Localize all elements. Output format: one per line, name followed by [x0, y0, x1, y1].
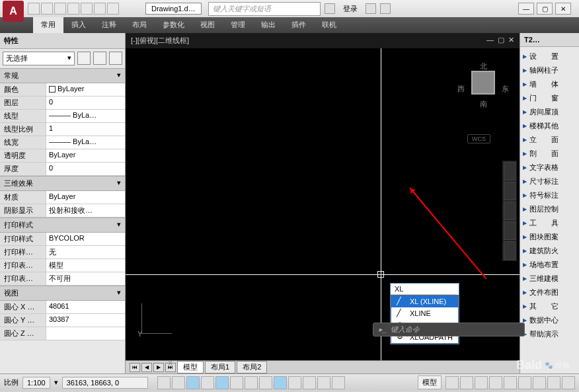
prop-value[interactable]: 0 [46, 97, 125, 109]
viewcube-east[interactable]: 东 [502, 84, 509, 94]
viewcube[interactable]: 北 西 东 上 南 [460, 61, 506, 121]
prop-value[interactable]: 48061 [46, 301, 125, 313]
tool-item[interactable]: ▶文件布图 [521, 286, 578, 299]
autocomplete-item[interactable]: ╱XLINE [391, 307, 458, 319]
qat-button[interactable] [107, 3, 119, 15]
layout-nav-prev[interactable]: ◀ [141, 363, 152, 372]
ribbon-tab-parametric[interactable]: 参数化 [155, 17, 192, 33]
tool-item[interactable]: ▶轴网柱子 [521, 63, 578, 77]
prop-value[interactable]: 模型 [46, 259, 125, 272]
pickadd-button[interactable] [93, 52, 106, 65]
prop-value[interactable]: ByLayer [46, 83, 125, 96]
viewcube-north[interactable]: 北 [480, 61, 487, 71]
ribbon-tab-annotate[interactable]: 注释 [94, 17, 124, 33]
snap-toggle[interactable] [157, 376, 171, 389]
tool-item[interactable]: ▶其 它 [521, 299, 578, 313]
prop-value[interactable]: 30387 [46, 314, 125, 327]
layout-nav-first[interactable]: ⏮ [130, 363, 140, 372]
tool-item[interactable]: ▶门 窗 [521, 91, 578, 105]
layout-tab-model[interactable]: 模型 [177, 361, 204, 373]
ribbon-tab-online[interactable]: 联机 [314, 17, 344, 33]
zoom-icon[interactable] [504, 202, 516, 220]
app-logo[interactable]: A [3, 1, 24, 22]
tool-item[interactable]: ▶三维建模 [521, 272, 578, 286]
wcs-label[interactable]: WCS [467, 134, 490, 143]
tool-item[interactable]: ▶建筑防火 [521, 244, 578, 258]
tool-item[interactable]: ▶场地布置 [521, 258, 578, 272]
maximize-button[interactable]: ▢ [537, 3, 553, 15]
layout-nav-next[interactable]: ▶ [153, 363, 164, 372]
ribbon-tab-plugins[interactable]: 插件 [284, 17, 314, 33]
qat-button[interactable] [28, 3, 40, 15]
layout-tab-1[interactable]: 布局1 [205, 361, 235, 373]
quickselect-button[interactable] [77, 52, 91, 65]
ribbon-tab-home[interactable]: 常用 [33, 17, 63, 33]
quickview-drawings-icon[interactable] [460, 376, 473, 389]
tool-item[interactable]: ▶帮助演示 [521, 327, 578, 341]
search-icon[interactable] [325, 3, 335, 14]
model-space-toggle[interactable]: 模型 [418, 375, 442, 389]
tool-item[interactable]: ▶图块图案 [521, 230, 578, 244]
wheel-icon[interactable] [504, 162, 516, 180]
exchange-icon[interactable] [366, 3, 376, 14]
osnap-toggle[interactable] [215, 376, 229, 389]
tool-item[interactable]: ▶文字表格 [521, 161, 578, 175]
ducs-toggle[interactable] [259, 376, 272, 389]
workspace-icon[interactable] [504, 376, 517, 389]
tool-item[interactable]: ▶剖 面 [521, 147, 578, 161]
dyn-toggle[interactable] [274, 376, 287, 389]
viewcube-south[interactable]: 南 [480, 99, 487, 109]
sc-toggle[interactable] [332, 376, 345, 389]
prop-value[interactable]: ——— ByLa… [46, 136, 125, 149]
prop-value[interactable]: ByLayer [46, 149, 125, 162]
viewport-maximize-button[interactable]: ▢ [498, 36, 504, 46]
quickview-layouts-icon[interactable] [445, 376, 459, 389]
tool-item[interactable]: ▶尺寸标注 [521, 175, 578, 188]
selection-combo[interactable]: 无选择▾ [3, 52, 75, 65]
3dosnap-toggle[interactable] [230, 376, 243, 389]
document-tab[interactable]: Drawing1.d… [145, 3, 202, 15]
prop-section[interactable]: 视图▾ [0, 286, 125, 301]
tool-item[interactable]: ▶图层控制 [521, 202, 578, 216]
ribbon-tab-manage[interactable]: 管理 [223, 17, 253, 33]
prop-value[interactable]: 投射和接收… [46, 204, 125, 217]
command-input-text[interactable]: XL [391, 284, 457, 295]
viewcube-top[interactable]: 上 [471, 71, 495, 95]
qat-button[interactable] [54, 3, 66, 15]
tool-item[interactable]: ▶符号标注 [521, 188, 578, 202]
isolate-icon[interactable] [547, 376, 560, 389]
orbit-icon[interactable] [504, 221, 516, 240]
prop-section[interactable]: 常规▾ [0, 68, 125, 83]
tool-item[interactable]: ▶楼梯其他 [521, 119, 578, 133]
qat-button[interactable] [94, 3, 106, 15]
otrack-toggle[interactable] [245, 376, 258, 389]
prop-value[interactable]: 1 [46, 123, 125, 136]
login-button[interactable]: 登录 [339, 3, 362, 15]
qat-button[interactable] [81, 3, 93, 15]
tool-item[interactable]: ▶墙 体 [521, 77, 578, 91]
ribbon-tab-output[interactable]: 输出 [253, 17, 284, 33]
prop-section[interactable]: 三维效果▾ [0, 176, 125, 191]
prop-value[interactable]: 不可用 [46, 272, 125, 285]
tool-item[interactable]: ▶房间屋顶 [521, 105, 578, 119]
ribbon-tab-view[interactable]: 视图 [192, 17, 223, 33]
lwt-toggle[interactable] [288, 376, 301, 389]
coords-display[interactable]: 36163, 18663, 0 [62, 377, 148, 389]
viewport-title[interactable]: [-][俯视][二维线框] [131, 36, 189, 46]
prop-section[interactable]: 打印样式▾ [0, 217, 125, 233]
layout-tab-2[interactable]: 布局2 [237, 361, 267, 373]
lock-icon[interactable] [518, 376, 531, 389]
scale-value[interactable]: 1:100 [22, 377, 50, 389]
search-input[interactable]: 键入关键字或短语 [208, 2, 321, 16]
prop-value[interactable]: ByLayer [46, 191, 125, 204]
annovis-icon[interactable] [489, 376, 502, 389]
command-line[interactable]: ▸_ 键入命令 [373, 323, 525, 336]
canvas[interactable]: 北 西 东 上 南 WCS YX XL ╱XL (XLINE)╱XLINE⚙XL… [126, 48, 520, 360]
prop-value[interactable]: 无 [46, 246, 125, 258]
qat-button[interactable] [67, 3, 79, 15]
hardware-icon[interactable] [533, 376, 546, 389]
prop-value[interactable]: BYCOLOR [46, 233, 125, 245]
tool-item[interactable]: ▶数据中心 [521, 313, 578, 327]
minimize-button[interactable]: — [518, 3, 534, 15]
prop-value[interactable]: ——— ByLa… [46, 110, 125, 122]
